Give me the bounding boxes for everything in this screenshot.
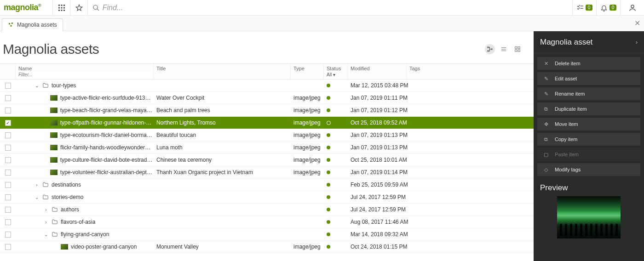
row-checkbox[interactable]: [5, 108, 11, 113]
svg-rect-24: [515, 47, 517, 49]
action-copy-item[interactable]: ⧉Copy item: [537, 133, 640, 146]
table-row[interactable]: ›destinationsFeb 25, 2015 09:59 AM: [0, 179, 534, 191]
table-row[interactable]: ›authorsJul 24, 2017 12:59 PM: [0, 204, 534, 216]
grid-header: Name Title Type Status All▾ Modified Tag…: [0, 64, 534, 79]
table-row[interactable]: ›flavors-of-asiaAug 08, 2017 11:46 AM: [0, 216, 534, 228]
table-row[interactable]: type-volunteer-flickr-australian-dept-fo…: [0, 166, 534, 179]
table-row[interactable]: type-ecotourism-flickr-daniel-borman-429…: [0, 129, 534, 142]
status-published-icon: [327, 208, 330, 211]
action-icon: ⧉: [542, 106, 550, 112]
status-published-icon: [327, 220, 330, 224]
global-search[interactable]: [88, 0, 572, 15]
action-modify-tags[interactable]: ◇Modify tags: [537, 163, 640, 176]
row-checkbox[interactable]: [5, 207, 11, 213]
tasks-button[interactable]: 0: [572, 0, 596, 15]
row-checkbox[interactable]: ✓: [5, 120, 11, 126]
action-panel-header: Magnolia asset ›: [534, 31, 644, 53]
action-label: Delete item: [555, 61, 581, 66]
table-row[interactable]: ⌄tour-typesMar 12, 2015 03:48 PM: [0, 79, 534, 92]
asset-modified: Oct 25, 2018 10:01 AM: [348, 157, 407, 163]
table-row[interactable]: type-beach-flickr-grand-velas-maya-31793…: [0, 104, 534, 117]
view-list-button[interactable]: [499, 44, 509, 54]
svg-rect-6: [58, 10, 60, 11]
row-expander[interactable]: ›: [34, 182, 40, 187]
table-row[interactable]: flickr-family-hands-woodleywonderworks-2…: [0, 142, 534, 154]
column-header-status[interactable]: Status: [327, 66, 345, 71]
action-rename-item[interactable]: ✎Rename item: [537, 87, 640, 100]
action-move-item[interactable]: ✥Move item: [537, 118, 640, 130]
app-tab-assets[interactable]: Magnolia assets: [2, 18, 63, 31]
row-expander[interactable]: ›: [43, 220, 49, 225]
tasks-icon: [576, 4, 584, 11]
action-delete-item[interactable]: ✕Delete item: [537, 57, 640, 70]
asset-title: Luna moth: [154, 144, 291, 151]
row-checkbox[interactable]: [5, 182, 11, 188]
action-panel-title: Magnolia asset: [540, 38, 592, 47]
thumbnail-icon: [514, 46, 521, 52]
row-expander[interactable]: ›: [43, 207, 49, 212]
row-checkbox[interactable]: [5, 244, 11, 250]
status-published-icon: [327, 96, 330, 100]
svg-rect-3: [58, 7, 60, 8]
asset-modified: Jan 07, 2019 01:13 PM: [348, 132, 407, 138]
table-row[interactable]: ✓type-offpath-flickr-gunnar-hildonen-446…: [0, 117, 534, 129]
app-launcher-button[interactable]: [53, 0, 70, 15]
column-header-title[interactable]: Title: [156, 66, 288, 71]
global-search-input[interactable]: [100, 4, 568, 12]
folder-icon: [52, 206, 58, 213]
action-edit-asset[interactable]: ✎Edit asset: [537, 72, 640, 85]
notifications-button[interactable]: 0: [596, 0, 620, 15]
row-checkbox[interactable]: [5, 219, 11, 225]
asset-title: Northern Lights, Tromso: [154, 119, 291, 126]
table-row[interactable]: type-culture-flickr-david-bote-estrada-6…: [0, 154, 534, 166]
list-icon: [500, 46, 507, 52]
asset-grid: Name Title Type Status All▾ Modified Tag…: [0, 63, 534, 253]
action-duplicate-item[interactable]: ⧉Duplicate item: [537, 102, 640, 115]
asset-modified: Mar 14, 2018 09:32 AM: [348, 231, 407, 238]
row-checkbox[interactable]: [5, 170, 11, 176]
row-expander[interactable]: ⌄: [43, 232, 49, 237]
row-checkbox[interactable]: [5, 83, 11, 89]
asset-title: Beautiful toucan: [154, 132, 291, 138]
column-header-tags[interactable]: Tags: [409, 66, 531, 71]
view-tree-button[interactable]: [485, 44, 495, 54]
table-row[interactable]: ⌄stories-demoJul 24, 2017 12:59 PM: [0, 191, 534, 204]
view-thumbnail-button[interactable]: [512, 44, 523, 54]
table-row[interactable]: type-active-flickr-eric-surfdude-9134874…: [0, 92, 534, 104]
status-published-icon: [327, 146, 330, 149]
app-tab-close[interactable]: ✕: [631, 19, 644, 28]
action-panel-toggle[interactable]: ›: [636, 39, 638, 45]
asset-name: type-active-flickr-eric-surfdude-9134874…: [60, 95, 154, 101]
row-checkbox[interactable]: [5, 145, 11, 151]
action-label: Copy item: [555, 136, 578, 142]
asset-name: type-ecotourism-flickr-daniel-borman-429…: [60, 132, 154, 138]
asset-type: image/jpeg: [291, 119, 324, 126]
column-header-name[interactable]: Name: [18, 66, 150, 71]
folder-icon: [42, 182, 49, 188]
favorites-button[interactable]: [70, 0, 88, 15]
action-label: Rename item: [555, 91, 585, 96]
asset-thumbnail: [50, 145, 58, 150]
column-header-modified[interactable]: Modified: [351, 66, 403, 71]
asset-type: image/jpeg: [291, 169, 324, 176]
row-expander[interactable]: ⌄: [34, 83, 40, 88]
table-row[interactable]: ⌄flying-grand-canyonMar 14, 2018 09:32 A…: [0, 228, 534, 241]
table-row[interactable]: video-poster-grand-canyonMonument Valley…: [0, 241, 534, 253]
status-filter-dropdown[interactable]: All▾: [327, 72, 345, 77]
profile-button[interactable]: [620, 0, 644, 15]
column-header-type[interactable]: Type: [293, 66, 321, 71]
asset-title: Thanh Xuan Organic project in Vietnam: [154, 169, 291, 176]
row-checkbox[interactable]: [5, 132, 11, 138]
row-checkbox[interactable]: [5, 232, 11, 238]
row-checkbox[interactable]: [5, 157, 11, 163]
name-filter-input[interactable]: [18, 72, 150, 77]
row-checkbox[interactable]: [5, 194, 11, 200]
logo[interactable]: magnolia®: [0, 0, 53, 15]
status-published-icon: [327, 158, 330, 162]
action-icon: ◇: [542, 167, 550, 173]
row-checkbox[interactable]: [5, 95, 11, 101]
row-expander[interactable]: ⌄: [34, 195, 40, 200]
asset-modified: Jan 07, 2019 01:11 PM: [348, 95, 407, 101]
user-icon: [628, 4, 637, 12]
status-published-icon: [327, 108, 330, 112]
